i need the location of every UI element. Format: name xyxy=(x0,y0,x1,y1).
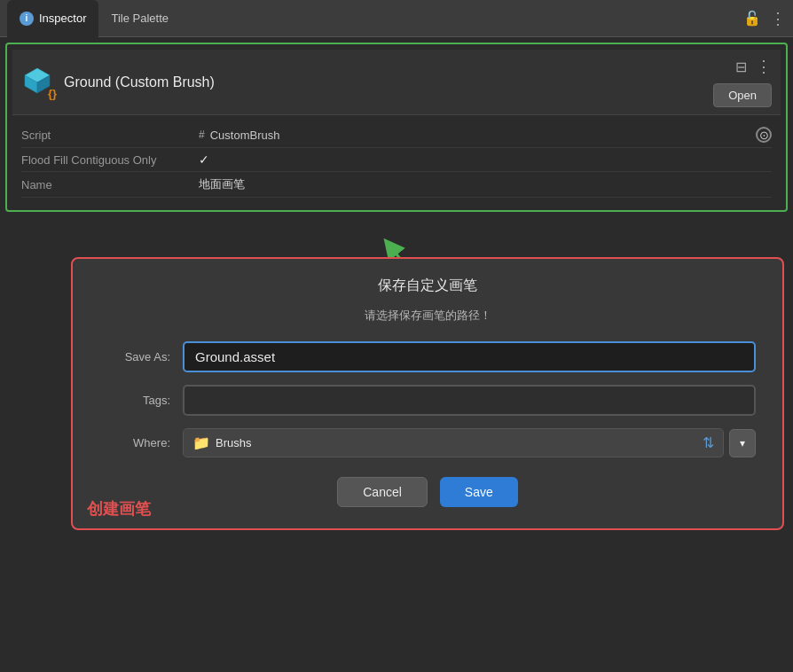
dialog-title: 保存自定义画笔 xyxy=(99,277,756,295)
script-target-icon[interactable]: ⊙ xyxy=(756,127,772,143)
where-select[interactable]: 📁 Brushs ⇅ xyxy=(183,428,724,457)
object-icon: {} xyxy=(21,66,53,98)
tags-label: Tags: xyxy=(99,394,170,407)
name-text: 地面画笔 xyxy=(199,176,245,192)
name-value: 地面画笔 xyxy=(199,176,772,192)
script-name[interactable]: CustomBrush xyxy=(210,129,280,142)
flood-fill-value: ✓ xyxy=(199,152,772,167)
save-as-label: Save As: xyxy=(99,350,170,363)
prop-row-name: Name 地面画笔 xyxy=(21,172,772,198)
flood-fill-label: Flood Fill Contiguous Only xyxy=(21,153,199,167)
script-badge-icon: {} xyxy=(48,87,57,100)
tags-input[interactable] xyxy=(183,385,756,416)
dialog-buttons: Cancel Save xyxy=(99,477,756,507)
props-section: Script # CustomBrush ⊙ Flood Fill Contig… xyxy=(12,115,781,205)
tab-bar-actions: 🔓 ⋮ xyxy=(743,9,786,28)
where-value: Brushs xyxy=(216,436,251,449)
where-field: Where: 📁 Brushs ⇅ ▾ xyxy=(99,428,756,457)
inspector-panel: {} Ground (Custom Brush) ⊟ ⋮ Open Script… xyxy=(0,43,793,212)
more-icon[interactable]: ⋮ xyxy=(770,9,786,28)
tab-inspector-label: Inspector xyxy=(39,12,86,25)
tags-field: Tags: xyxy=(99,385,756,416)
where-dropdown-button[interactable]: ▾ xyxy=(729,429,756,457)
chevron-updown-icon: ⇅ xyxy=(703,434,714,451)
sliders-icon[interactable]: ⊟ xyxy=(735,59,747,75)
tab-tile-palette-label: Tile Palette xyxy=(111,12,169,25)
open-button[interactable]: Open xyxy=(713,83,772,107)
create-brush-label: 创建画笔 xyxy=(87,498,151,520)
save-dialog: 保存自定义画笔 请选择保存画笔的路径！ Save As: Tags: Where… xyxy=(71,257,784,530)
save-button[interactable]: Save xyxy=(440,477,518,507)
script-value: # CustomBrush ⊙ xyxy=(199,127,772,143)
dialog-subtitle: 请选择保存画笔的路径！ xyxy=(99,308,756,324)
script-label: Script xyxy=(21,129,199,142)
cancel-button[interactable]: Cancel xyxy=(337,477,428,507)
object-title: Ground (Custom Brush) xyxy=(64,74,713,90)
tab-tile-palette[interactable]: Tile Palette xyxy=(98,0,181,37)
tab-inspector[interactable]: i Inspector xyxy=(7,0,98,37)
save-as-input[interactable] xyxy=(183,341,756,372)
lock-icon[interactable]: 🔓 xyxy=(743,10,761,27)
script-hash-icon: # xyxy=(199,129,205,141)
prop-row-flood-fill: Flood Fill Contiguous Only ✓ xyxy=(21,148,772,172)
tab-bar: i Inspector Tile Palette 🔓 ⋮ xyxy=(0,0,793,37)
kebab-icon[interactable]: ⋮ xyxy=(756,57,772,76)
folder-icon: 📁 xyxy=(192,434,210,451)
green-section: {} Ground (Custom Brush) ⊟ ⋮ Open Script… xyxy=(5,43,788,212)
object-header: {} Ground (Custom Brush) ⊟ ⋮ Open xyxy=(12,50,781,115)
where-label: Where: xyxy=(99,436,170,449)
header-right: ⊟ ⋮ Open xyxy=(713,57,772,107)
prop-row-script: Script # CustomBrush ⊙ xyxy=(21,122,772,148)
name-label: Name xyxy=(21,178,199,191)
where-select-row: 📁 Brushs ⇅ ▾ xyxy=(183,428,756,457)
flood-fill-checkmark: ✓ xyxy=(199,152,209,167)
inspector-info-icon: i xyxy=(20,12,34,26)
save-as-field: Save As: xyxy=(99,341,756,372)
